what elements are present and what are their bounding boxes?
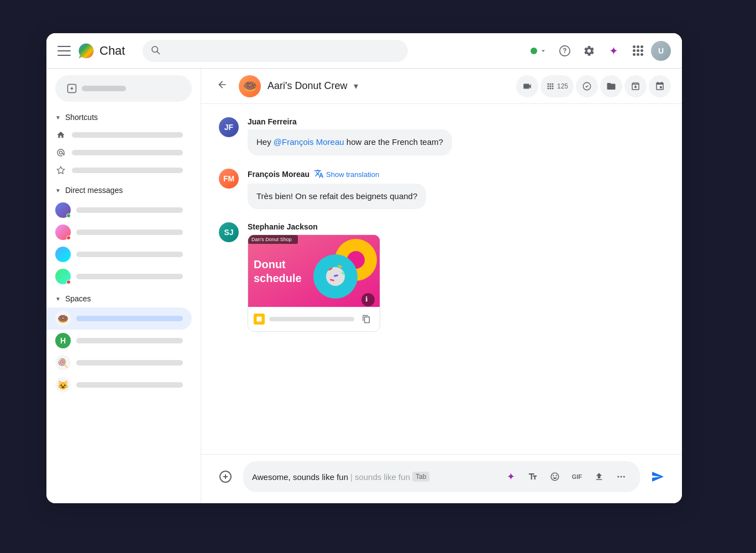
svg-text:Donut: Donut xyxy=(254,258,286,270)
space-avatar-4: 😺 xyxy=(55,377,71,393)
tasks-button[interactable] xyxy=(576,75,598,97)
space-name-1 xyxy=(76,316,183,321)
app-logo: Chat xyxy=(77,42,125,60)
online-indicator xyxy=(66,213,71,218)
mentions-icon xyxy=(55,147,66,158)
app-title: Chat xyxy=(99,44,125,58)
dm-section-header[interactable]: ▼ Direct messages xyxy=(46,184,201,197)
add-button[interactable] xyxy=(214,466,237,488)
msg-avatar-2: FM xyxy=(219,169,239,189)
message-group-3: SJ Stephanie Jackson xyxy=(219,222,664,332)
translate-icon xyxy=(314,169,324,180)
dm-avatar-1 xyxy=(55,202,71,218)
status-button[interactable] xyxy=(526,45,552,57)
apps-button[interactable] xyxy=(627,40,649,62)
dm-label: Direct messages xyxy=(65,186,123,195)
space-item-donut[interactable]: 🍩 xyxy=(46,307,192,330)
archive-button[interactable] xyxy=(624,75,647,97)
dm-avatar-2 xyxy=(55,225,71,240)
svg-text:schedule: schedule xyxy=(254,272,302,284)
search-input[interactable] xyxy=(143,40,408,62)
input-bar: Awesome, sounds like fun | sounds like f… xyxy=(201,454,682,503)
hamburger-icon[interactable] xyxy=(57,46,71,56)
dm-item-1[interactable] xyxy=(46,199,192,221)
message-group-2: FM François Moreau Show translation xyxy=(219,169,664,210)
svg-point-32 xyxy=(617,476,619,478)
space-item-candy[interactable]: 🍭 xyxy=(46,352,192,374)
format-text-button[interactable] xyxy=(523,467,543,487)
space-avatar-2: H xyxy=(55,333,71,348)
media-image: Dan's Donut Shop Donut schedule ℹ xyxy=(248,235,380,307)
starred-icon xyxy=(55,165,66,176)
space-item-cat[interactable]: 😺 xyxy=(46,374,192,396)
group-avatar: 🍩 xyxy=(239,75,261,97)
apps-125-button[interactable]: 125 xyxy=(540,75,574,97)
dm-item-4[interactable] xyxy=(46,265,192,288)
show-translation-label: Show translation xyxy=(326,170,379,179)
media-image-svg: Dan's Donut Shop Donut schedule ℹ xyxy=(248,235,380,307)
mention-1: @François Moreau xyxy=(274,137,344,147)
settings-button[interactable] xyxy=(578,40,600,62)
top-bar-right: ? ✦ U xyxy=(526,40,671,62)
msg-bubble-2: Très bien! On se refait des beignets qua… xyxy=(248,184,426,210)
msg-avatar-3: SJ xyxy=(219,222,239,242)
svg-line-1 xyxy=(158,51,160,54)
dm-item-2[interactable] xyxy=(46,221,192,243)
tab-chip: Tab xyxy=(412,472,429,482)
spaces-label: Spaces xyxy=(65,294,91,303)
title-chevron-icon[interactable]: ▾ xyxy=(354,81,358,91)
dm-name-2 xyxy=(76,229,183,235)
new-chat-button[interactable] xyxy=(55,75,192,102)
user-avatar[interactable]: U xyxy=(651,41,671,61)
calendar-button[interactable] xyxy=(649,75,671,97)
mentions-label xyxy=(72,150,183,155)
space-avatar-1: 🍩 xyxy=(55,311,71,326)
svg-text:Dan's Donut Shop: Dan's Donut Shop xyxy=(251,237,292,242)
messages-area: JF Juan Ferreira Hey @François Moreau ho… xyxy=(201,104,682,454)
top-bar: Chat ? xyxy=(46,33,682,69)
sidebar-item-starred[interactable] xyxy=(46,161,192,179)
sidebar-item-home[interactable] xyxy=(46,126,192,144)
chat-header: 🍩 Aari's Donut Crew ▾ 125 xyxy=(201,69,682,104)
sidebar-item-mentions[interactable] xyxy=(46,144,192,161)
search-icon xyxy=(150,45,160,57)
media-type-icon xyxy=(254,314,265,325)
message-input-wrap[interactable]: Awesome, sounds like fun | sounds like f… xyxy=(243,461,640,492)
app-body: ▼ Shortcuts xyxy=(46,69,682,503)
svg-point-31 xyxy=(623,476,625,478)
dm-name-3 xyxy=(76,252,183,257)
help-button[interactable]: ? xyxy=(554,40,576,62)
svg-rect-26 xyxy=(257,317,262,322)
files-button[interactable] xyxy=(600,75,622,97)
space-name-3 xyxy=(76,360,183,366)
media-title-bar xyxy=(269,317,354,321)
space-item-h[interactable]: H xyxy=(46,330,192,352)
send-button[interactable] xyxy=(647,466,669,488)
apps-count: 125 xyxy=(557,82,568,90)
gemini-input-button[interactable]: ✦ xyxy=(501,467,521,487)
more-options-button[interactable] xyxy=(611,467,631,487)
copy-button[interactable] xyxy=(359,311,374,327)
media-footer xyxy=(248,307,380,331)
video-call-button[interactable] xyxy=(516,75,538,97)
shortcuts-section-header[interactable]: ▼ Shortcuts xyxy=(46,111,201,124)
input-autocomplete: sounds like fun xyxy=(355,472,410,482)
notification-indicator xyxy=(66,236,71,240)
media-card[interactable]: Dan's Donut Shop Donut schedule ℹ xyxy=(248,234,380,332)
starred-label xyxy=(72,168,183,173)
upload-button[interactable] xyxy=(589,467,609,487)
msg-sender-3: Stephanie Jackson xyxy=(248,222,318,231)
spaces-chevron: ▼ xyxy=(55,296,61,302)
dm-avatar-3 xyxy=(55,247,71,262)
msg-sender-2: François Moreau xyxy=(248,170,309,179)
gemini-button[interactable]: ✦ xyxy=(602,40,624,62)
spaces-section-header[interactable]: ▼ Spaces xyxy=(46,292,201,305)
back-button[interactable] xyxy=(212,75,232,97)
show-translation-button[interactable]: Show translation xyxy=(314,169,379,180)
shortcuts-label: Shortcuts xyxy=(65,113,98,122)
emoji-button[interactable] xyxy=(545,467,565,487)
msg-content-2: François Moreau Show translation Très bi… xyxy=(248,169,664,210)
svg-text:?: ? xyxy=(563,47,566,55)
gif-button[interactable]: GIF xyxy=(567,467,587,487)
dm-item-3[interactable] xyxy=(46,243,192,265)
